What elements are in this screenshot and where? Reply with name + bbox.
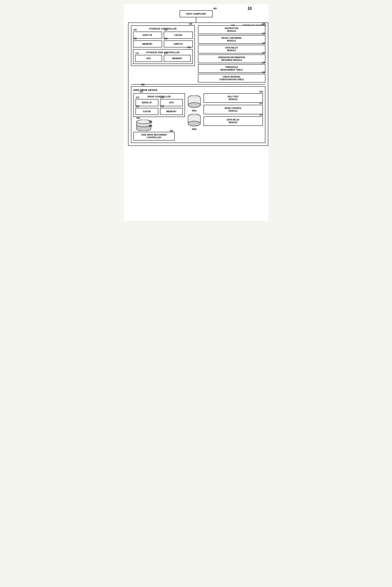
sdc-memory-wrapper: 114 MEMORY: [164, 55, 191, 62]
sdc-cpu-ref: 112: [136, 52, 139, 54]
module-222: MODE CONTROLMODULE: [204, 105, 263, 114]
row-host-cache: 130 HOST I/F 140 CACHE: [133, 32, 193, 39]
disk-drive-outer: 200 DISK DRIVE DEVICE 210 DRIVE CONTROLL…: [131, 86, 266, 143]
storage-controller-label: STORAGE CONTROLLER: [133, 28, 193, 30]
module-220: SELF TESTMODULE: [204, 93, 263, 103]
module-121-ref: 121: [262, 33, 266, 35]
module-122-wrapper: 122 DATA RELAYMODULE: [198, 45, 266, 54]
right-modules: 120 INSTRUCTONMODULE 121 RESULT OBTAININ…: [198, 25, 266, 83]
memory-ref: 150: [134, 38, 137, 40]
host-computer-ref: 400: [213, 8, 217, 10]
disk-mech-label: DISK DRIVE MECHANISM CONTROLLER: [142, 134, 166, 139]
host-if-ref: 130: [134, 29, 137, 31]
bottom-line: [131, 84, 266, 85]
top-content: STORAGE CONTROLLER 100 130 HOST I/F 140: [131, 25, 266, 83]
module-123-wrapper: 123 OPERATION INFORMATIONOBTAINING MODUL…: [198, 55, 266, 63]
module-126-ref: 126: [262, 62, 266, 64]
dc-memory-label: MEMORY: [166, 110, 176, 113]
dc-cpu-ref: 214: [160, 96, 164, 99]
module-220-ref: 220: [260, 91, 263, 93]
disk-visual-area: 260: [136, 120, 185, 131]
module-222-ref: 222: [260, 102, 263, 104]
module-120-ref: 120: [262, 23, 266, 25]
storage-controller-box: STORAGE CONTROLLER 100 130 HOST I/F 140: [131, 25, 195, 66]
module-126-wrapper: 126 THRESHOLDMANAGEMENT TABLE: [198, 64, 266, 73]
host-if-label: HOST I/F: [143, 34, 152, 36]
module-121-wrapper: 121 RESULT OBTAININGMODULE: [198, 35, 266, 44]
cylinder-200b: 200b: [187, 114, 202, 130]
module-128-ref: 128: [262, 71, 266, 74]
cylinders-area: 200a 200b: [187, 93, 202, 141]
cylinder-svg-b: [187, 114, 202, 127]
svg-point-19: [188, 121, 200, 126]
switch-label: SWITCH: [174, 43, 182, 45]
sdc-label: STORAGE DISK CONTROLLER: [135, 51, 191, 54]
module-121-label: RESULT OBTAININGMODULE: [222, 37, 242, 42]
line-host-to-storage: [196, 17, 196, 23]
drive-controller-box: DRIVE CONTROLLER 212 DRIVE I/F: [134, 93, 185, 117]
module-123-label: OPERATION INFORMATIONOBTAINING MODULE: [218, 56, 245, 61]
page: 10 HOST COMPUTER 400 STORAGE SYSTEM 300 …: [124, 4, 268, 221]
right-modules-bottom: 220 SELF TESTMODULE 222 MODE CONTROLMODU…: [204, 93, 263, 141]
module-224: DATA RELAYMODULE: [204, 116, 263, 126]
disk-262-ref: 262: [149, 121, 152, 123]
module-128: CHECK INTERVALCONFIGURATION TABLE: [198, 74, 266, 83]
module-126: THRESHOLDMANAGEMENT TABLE: [198, 64, 266, 73]
cylinder-200a: 200a: [187, 95, 202, 112]
diagram-number: 10: [248, 6, 252, 11]
module-222-label: MODE CONTROLMODULE: [224, 107, 242, 112]
module-224-label: DATA RELAYMODULE: [227, 119, 240, 124]
module-224-ref: 224: [260, 114, 263, 116]
module-128-label: CHECK INTERVALCONFIGURATION TABLE: [219, 76, 244, 81]
module-122: DATA RELAYMODULE: [198, 45, 266, 54]
cache-ref: 140: [164, 29, 168, 31]
disk-drive-box: DISK DRIVE DEVICE 210 DRIVE CONTROLLER: [131, 86, 266, 143]
dc-memory-box: MEMORY: [160, 108, 183, 115]
cylinder-200a-ref: 200a: [187, 110, 202, 112]
module-123: OPERATION INFORMATIONOBTAINING MODULE: [198, 55, 266, 63]
sdc-memory-ref: 114: [164, 52, 168, 54]
host-computer-box: HOST COMPUTER: [180, 10, 212, 17]
cylinder-200b-ref: 200b: [187, 128, 202, 130]
module-220-wrapper: 220 SELF TESTMODULE: [204, 93, 263, 103]
drive-if-label: DRIVE I/F: [142, 101, 152, 104]
sdc-memory-box: MEMORY: [164, 55, 191, 62]
module-123-ref: 123: [262, 52, 266, 54]
module-128-wrapper: 128 CHECK INTERVALCONFIGURATION TABLE: [198, 74, 266, 83]
disk-mech-wrapper: 260: [134, 120, 185, 141]
dc-row1: 212 DRIVE I/F 214 CPU: [136, 99, 183, 106]
dc-cache-wrapper: 216 CACHE: [136, 108, 158, 115]
module-222-wrapper: 222 MODE CONTROLMODULE: [204, 105, 263, 114]
switch-ref: 160: [164, 38, 168, 40]
dc-memory-ref: 218: [160, 105, 164, 108]
dc-memory-wrapper: 218 MEMORY: [160, 108, 183, 115]
sdc-cpu-label: CPU: [146, 57, 151, 60]
module-121: RESULT OBTAININGMODULE: [198, 35, 266, 44]
module-122-ref: 122: [262, 42, 266, 44]
cylinder-svg-a: [187, 95, 202, 109]
disk-264-ref: 264: [149, 125, 152, 127]
storage-system-outer: STORAGE SYSTEM 300 STORAGE CONTROLLER 10…: [128, 23, 268, 146]
svg-point-14: [188, 103, 200, 108]
module-120: INSTRUCTONMODULE: [198, 25, 266, 34]
sdc-ref: 110: [187, 46, 191, 49]
module-224-wrapper: 224 DATA RELAYMODULE: [204, 116, 263, 126]
drive-controller-ref: 210: [140, 91, 143, 93]
module-220-label: SELF TESTMODULE: [228, 96, 239, 101]
memory-box: MEMORY: [133, 41, 162, 48]
storage-disk-controller-box: STORAGE DISK CONTROLLER 112 CPU 114: [133, 49, 193, 64]
sdc-cpu-wrapper: 112 CPU: [135, 55, 162, 62]
drive-controller-wrapper: 210 DRIVE CONTROLLER 212 DRIVE I/F: [134, 93, 185, 117]
drive-if-ref: 212: [136, 96, 140, 99]
dc-cache-box: CACHE: [136, 108, 158, 115]
disk-mech-ref: 250: [170, 130, 173, 132]
disk-visual: 260: [136, 120, 152, 131]
disk-drive-content: 210 DRIVE CONTROLLER 212 DRIVE I/F: [134, 93, 263, 141]
row-memory-switch: 150 MEMORY 160 SWITCH: [133, 41, 193, 48]
sdc-row: 112 CPU 114 MEMORY: [135, 55, 191, 62]
sdc-memory-label: MEMORY: [172, 57, 182, 60]
sdc-cpu-box: CPU: [135, 55, 162, 62]
dc-row2: 216 CACHE 218 MEMORY: [136, 108, 183, 115]
dc-cpu-label: CPU: [169, 101, 174, 104]
module-126-label: THRESHOLDMANAGEMENT TABLE: [220, 66, 243, 71]
